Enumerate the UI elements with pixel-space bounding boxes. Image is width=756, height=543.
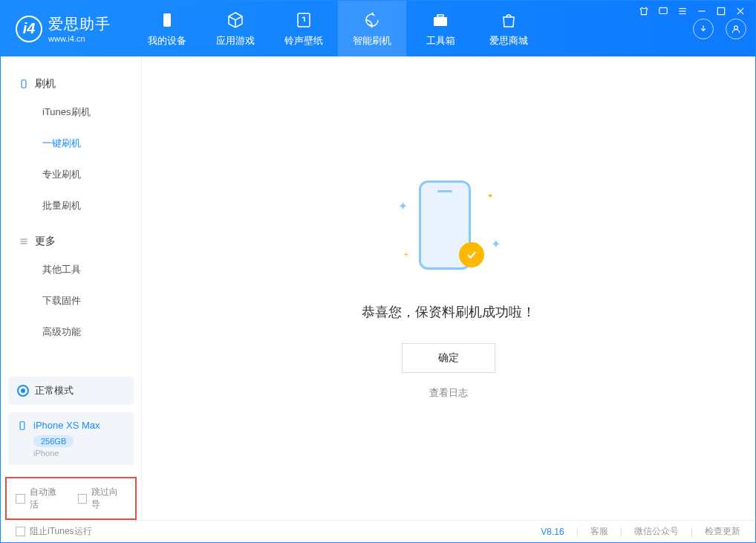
sidebar-item-oneclick-flash[interactable]: 一键刷机	[1, 128, 141, 159]
toolbox-icon	[431, 10, 450, 30]
mode-label: 正常模式	[35, 384, 74, 397]
device-type: iPhone	[33, 449, 125, 458]
phone-icon	[17, 420, 27, 431]
support-link[interactable]: 客服	[590, 525, 608, 538]
group-title: 更多	[35, 235, 56, 248]
success-illustration: ✦ ✦ + ✦	[397, 177, 501, 281]
checkbox-icon	[78, 494, 88, 504]
sidebar: 刷机 iTunes刷机 一键刷机 专业刷机 批量刷机 更多 其他工具 下载固件 …	[1, 56, 142, 520]
sidebar-group-more: 更多	[1, 229, 141, 254]
nav-label: 智能刷机	[353, 34, 391, 48]
user-button[interactable]	[726, 19, 746, 39]
refresh-icon	[362, 10, 382, 30]
app-header: i4 爱思助手 www.i4.cn 我的设备 应用游戏 铃声壁纸 智能刷机 工具…	[1, 1, 755, 56]
view-log-link[interactable]: 查看日志	[429, 386, 468, 400]
cube-icon	[226, 10, 245, 30]
checkbox-auto-activate[interactable]: 自动激活	[16, 486, 65, 511]
svg-rect-2	[434, 17, 447, 26]
sparkle-icon: ✦	[491, 237, 501, 251]
list-icon	[19, 236, 29, 247]
sparkle-icon: ✦	[398, 199, 408, 213]
main-content: ✦ ✦ + ✦ 恭喜您，保资料刷机成功啦！ 确定 查看日志	[142, 56, 755, 520]
nav-apps[interactable]: 应用游戏	[201, 1, 270, 56]
logo: i4 爱思助手 www.i4.cn	[16, 14, 111, 43]
checkbox-label: 跳过向导	[91, 486, 126, 511]
checkbox-label: 自动激活	[30, 486, 65, 511]
nav-toolbox[interactable]: 工具箱	[406, 1, 475, 56]
nav-label: 应用游戏	[216, 34, 255, 48]
svg-rect-3	[437, 15, 443, 17]
svg-rect-9	[717, 7, 724, 14]
sidebar-item-download-firmware[interactable]: 下载固件	[1, 285, 141, 316]
nav-my-device[interactable]: 我的设备	[133, 1, 201, 56]
device-icon	[157, 10, 177, 30]
device-mode[interactable]: 正常模式	[8, 377, 134, 405]
main-nav: 我的设备 应用游戏 铃声壁纸 智能刷机 工具箱 爱思商城	[133, 1, 543, 56]
checkbox-label: 阻止iTunes运行	[30, 525, 92, 538]
wechat-link[interactable]: 微信公众号	[634, 525, 679, 538]
close-icon[interactable]	[735, 6, 746, 19]
feedback-icon[interactable]	[658, 6, 668, 19]
download-button[interactable]	[693, 19, 714, 39]
checkbox-skip-guide[interactable]: 跳过向导	[78, 486, 127, 511]
group-title: 刷机	[35, 77, 56, 91]
storage-badge: 256GB	[33, 435, 74, 447]
nav-flash[interactable]: 智能刷机	[338, 1, 406, 56]
nav-label: 铃声壁纸	[284, 34, 323, 48]
menu-icon[interactable]	[677, 6, 688, 19]
music-icon	[294, 10, 313, 30]
sparkle-icon: ✦	[487, 192, 493, 200]
bag-icon	[499, 10, 518, 30]
checkbox-icon	[16, 527, 25, 536]
app-url: www.i4.cn	[48, 34, 111, 43]
status-bar: 阻止iTunes运行 V8.16 | 客服 | 微信公众号 | 检查更新	[1, 520, 755, 542]
logo-icon: i4	[16, 16, 42, 42]
app-title: 爱思助手	[48, 14, 111, 34]
sidebar-item-advanced[interactable]: 高级功能	[1, 316, 141, 348]
nav-ringtones[interactable]: 铃声壁纸	[270, 1, 338, 56]
highlighted-options: 自动激活 跳过向导	[5, 477, 137, 520]
svg-rect-13	[22, 80, 26, 88]
nav-label: 爱思商城	[489, 34, 528, 48]
svg-rect-17	[20, 421, 25, 429]
sidebar-item-itunes-flash[interactable]: iTunes刷机	[1, 97, 141, 128]
svg-rect-0	[163, 13, 171, 27]
success-message: 恭喜您，保资料刷机成功啦！	[362, 303, 535, 321]
device-info[interactable]: iPhone XS Max 256GB iPhone	[8, 412, 134, 465]
update-link[interactable]: 检查更新	[705, 525, 740, 538]
nav-store[interactable]: 爱思商城	[475, 1, 543, 56]
svg-rect-1	[298, 13, 310, 27]
checkbox-block-itunes[interactable]: 阻止iTunes运行	[16, 525, 92, 538]
device-name-label: iPhone XS Max	[33, 420, 100, 431]
sidebar-item-pro-flash[interactable]: 专业刷机	[1, 159, 141, 190]
sidebar-item-other-tools[interactable]: 其他工具	[1, 254, 141, 285]
nav-label: 我的设备	[148, 34, 186, 48]
svg-rect-4	[659, 7, 668, 13]
nav-label: 工具箱	[426, 34, 455, 48]
phone-icon	[19, 79, 29, 89]
check-circle-icon	[459, 242, 484, 267]
sparkle-icon: +	[404, 250, 408, 259]
tshirt-icon[interactable]	[639, 6, 649, 19]
sidebar-group-flash: 刷机	[1, 71, 141, 97]
sidebar-item-batch-flash[interactable]: 批量刷机	[1, 190, 141, 221]
svg-point-12	[734, 25, 738, 29]
maximize-icon[interactable]	[716, 6, 726, 19]
version-label: V8.16	[541, 527, 564, 537]
mode-dot-icon	[17, 385, 29, 397]
checkbox-icon	[16, 494, 25, 504]
minimize-icon[interactable]	[697, 6, 707, 19]
ok-button[interactable]: 确定	[402, 343, 495, 373]
